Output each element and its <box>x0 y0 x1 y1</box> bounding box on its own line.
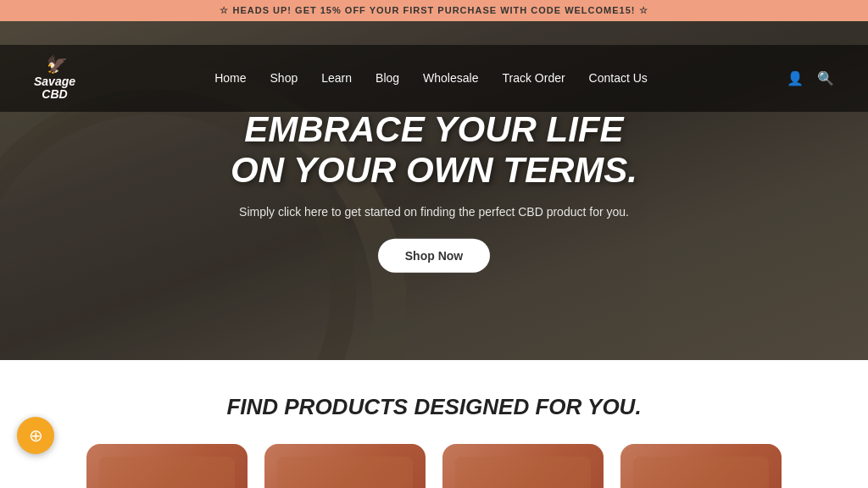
product-card-1[interactable] <box>86 444 248 488</box>
products-section-title: FIND PRODUCTS DESIGNED FOR YOU. <box>0 394 868 420</box>
header-icons: 👤 🔍 <box>787 70 834 86</box>
user-account-icon[interactable]: 👤 <box>787 70 804 86</box>
hero-content: EMBRACE YOUR LIFE ON YOUR OWN TERMS. Sim… <box>180 109 688 273</box>
nav-item-home[interactable]: Home <box>214 71 246 85</box>
nav-item-contact-us[interactable]: Contact Us <box>589 71 648 85</box>
products-row <box>0 444 868 488</box>
announcement-text: ☆ HEADS UP! GET 15% OFF YOUR FIRST PURCH… <box>220 5 648 15</box>
shop-now-button[interactable]: Shop Now <box>378 238 490 272</box>
product-card-3[interactable] <box>442 444 604 488</box>
logo-text-line2: CBD <box>42 88 67 101</box>
logo-text-line1: Savage <box>34 75 75 88</box>
logo-icon: 🦅 <box>44 55 65 74</box>
main-nav: Home Shop Learn Blog Wholesale Track Ord… <box>214 71 648 85</box>
site-header: 🦅 Savage CBD Home Shop Learn Blog Wholes… <box>0 45 868 112</box>
search-icon[interactable]: 🔍 <box>817 70 834 86</box>
nav-item-track-order[interactable]: Track Order <box>502 71 565 85</box>
chat-button[interactable]: ⊕ <box>17 417 54 454</box>
product-card-2[interactable] <box>264 444 426 488</box>
chat-icon: ⊕ <box>29 425 43 446</box>
nav-item-blog[interactable]: Blog <box>376 71 399 85</box>
site-logo[interactable]: 🦅 Savage CBD <box>34 55 75 102</box>
hero-subtitle: Simply click here to get started on find… <box>180 204 688 218</box>
hero-title: EMBRACE YOUR LIFE ON YOUR OWN TERMS. <box>180 109 688 191</box>
hero-title-line2: ON YOUR OWN TERMS. <box>231 150 637 190</box>
hero-section: 🦅 Savage CBD Home Shop Learn Blog Wholes… <box>0 21 868 360</box>
product-card-4[interactable] <box>620 444 782 488</box>
nav-item-shop[interactable]: Shop <box>270 71 298 85</box>
announcement-bar: ☆ HEADS UP! GET 15% OFF YOUR FIRST PURCH… <box>0 0 868 21</box>
products-section: FIND PRODUCTS DESIGNED FOR YOU. <box>0 360 868 488</box>
nav-item-wholesale[interactable]: Wholesale <box>423 71 478 85</box>
nav-item-learn[interactable]: Learn <box>321 71 352 85</box>
hero-title-line1: EMBRACE YOUR LIFE <box>244 109 623 149</box>
